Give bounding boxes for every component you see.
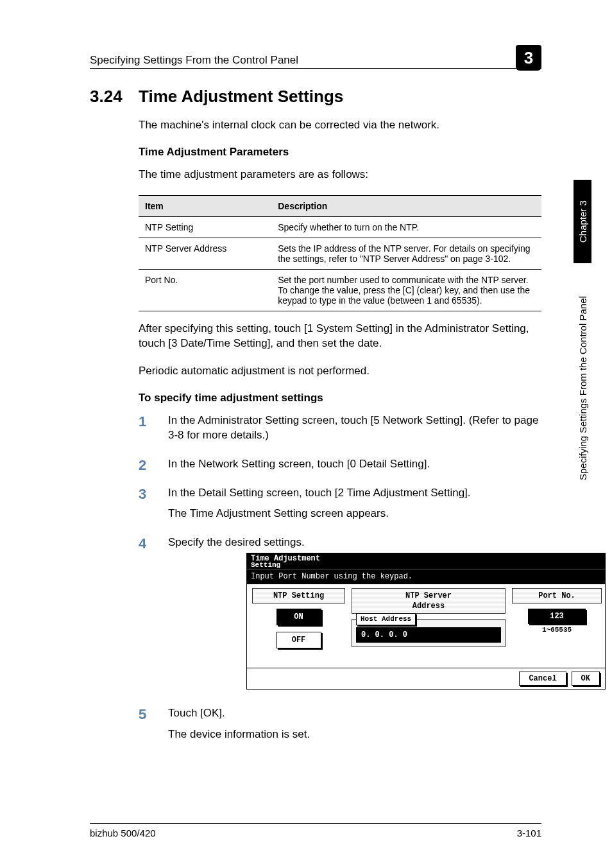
params-after1: After specifying this setting, touch [1 … <box>139 322 541 351</box>
screen-ntp-setting-label: NTP Setting <box>252 588 345 603</box>
screen-host-address-panel: Host Address 0. 0. 0. 0 <box>352 619 506 647</box>
step-text: In the Network Setting screen, touch [0 … <box>168 458 430 470</box>
step-text: Specify the desired settings. <box>168 536 305 548</box>
screen-title: Time Adjustment Setting <box>247 553 605 569</box>
page-footer: bizhub 500/420 3-101 <box>90 823 541 838</box>
side-tab: Chapter 3 Specifying Settings From the C… <box>574 180 591 514</box>
step-1: 1 In the Administrator Setting screen, t… <box>139 413 541 443</box>
screen-ok-button[interactable]: OK <box>572 672 600 686</box>
procedure-heading: To specify time adjustment settings <box>139 392 541 404</box>
step-2: 2 In the Network Setting screen, touch [… <box>139 457 541 472</box>
step-number: 2 <box>139 456 146 475</box>
table-cell-item: NTP Server Address <box>139 238 271 269</box>
side-tab-chapter: Chapter 3 <box>574 180 591 263</box>
section-title: Time Adjustment Settings <box>139 87 541 107</box>
screen-capture: Time Adjustment Setting Input Port Numbe… <box>246 553 606 689</box>
screen-host-address-value: 0. 0. 0. 0 <box>356 627 501 643</box>
step-5: 5 Touch [OK]. The device information is … <box>139 706 541 742</box>
screen-host-address-button[interactable]: Host Address <box>356 613 416 625</box>
table-row: Port No. Set the port number used to com… <box>139 269 541 311</box>
running-head-title: Specifying Settings From the Control Pan… <box>90 54 298 67</box>
params-heading: Time Adjustment Parameters <box>139 146 541 159</box>
params-lead: The time adjustment parameters are as fo… <box>139 168 541 182</box>
procedure-steps: 1 In the Administrator Setting screen, t… <box>139 413 541 742</box>
step-number: 4 <box>139 534 146 553</box>
step-text: In the Administrator Setting screen, tou… <box>168 414 538 441</box>
footer-page: 3-101 <box>517 828 541 838</box>
screen-off-button[interactable]: OFF <box>276 632 321 648</box>
step-subtext: The Time Adjustment Setting screen appea… <box>168 507 541 521</box>
step-subtext: The device information is set. <box>168 727 541 742</box>
side-tab-title: Specifying Settings From the Control Pan… <box>574 263 591 514</box>
step-3: 3 In the Detail Setting screen, touch [2… <box>139 486 541 522</box>
table-cell-item: Port No. <box>139 269 271 311</box>
table-head-item: Item <box>139 195 271 216</box>
step-number: 1 <box>139 412 146 431</box>
table-head-desc: Description <box>271 195 541 216</box>
screen-cancel-button[interactable]: Cancel <box>519 672 566 686</box>
chapter-badge: 3 <box>516 45 541 71</box>
screen-ntp-server-label: NTP Server Address <box>352 588 506 614</box>
section-intro: The machine's internal clock can be corr… <box>139 118 541 133</box>
screen-subtitle: Input Port Number using the keypad. <box>247 569 605 584</box>
screen-port-range: 1~65535 <box>512 625 602 635</box>
step-4: 4 Specify the desired settings. Time Adj… <box>139 535 541 689</box>
params-after2: Periodic automatic adjustment is not per… <box>139 364 541 379</box>
section-number: 3.24 <box>90 87 123 107</box>
step-text: In the Detail Setting screen, touch [2 T… <box>168 487 471 499</box>
step-text: Touch [OK]. <box>168 707 225 719</box>
table-cell-desc: Specify whether to turn on the NTP. <box>271 216 541 238</box>
table-cell-desc: Sets the IP address of the NTP server. F… <box>271 238 541 269</box>
step-number: 5 <box>139 705 146 724</box>
table-cell-item: NTP Setting <box>139 216 271 238</box>
table-cell-desc: Set the port number used to communicate … <box>271 269 541 311</box>
table-row: NTP Setting Specify whether to turn on t… <box>139 216 541 238</box>
screen-port-no-label: Port No. <box>512 588 602 603</box>
step-number: 3 <box>139 485 146 504</box>
screen-on-button[interactable]: ON <box>276 609 321 625</box>
running-head: Specifying Settings From the Control Pan… <box>90 45 541 69</box>
screen-port-value[interactable]: 123 <box>528 609 586 624</box>
footer-model: bizhub 500/420 <box>90 828 156 838</box>
table-row: NTP Server Address Sets the IP address o… <box>139 238 541 269</box>
params-table: Item Description NTP Setting Specify whe… <box>139 195 541 311</box>
